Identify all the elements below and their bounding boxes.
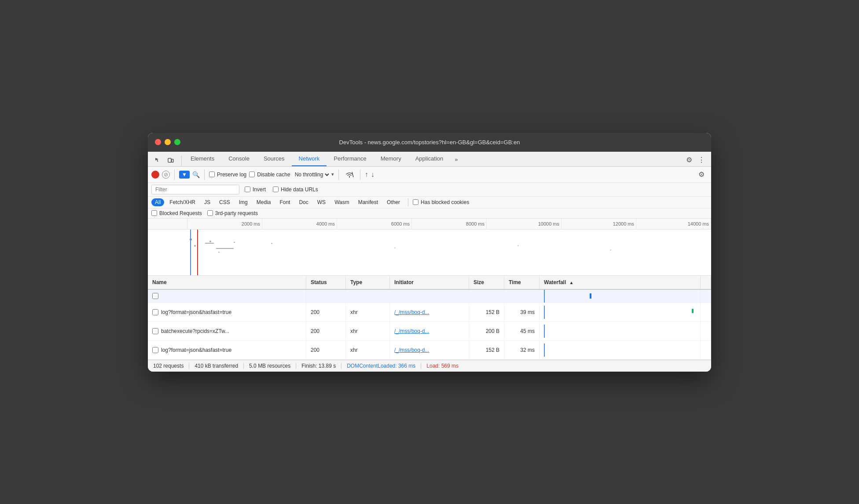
row-type bbox=[346, 290, 390, 303]
table-row[interactable]: batchexecute?rpcids=xZTw... 200 xhr /_/m… bbox=[148, 322, 711, 341]
third-party-requests-checkbox[interactable] bbox=[207, 210, 213, 216]
disable-cache-checkbox[interactable] bbox=[249, 172, 255, 177]
maximize-button[interactable] bbox=[174, 139, 180, 145]
filter-wasm[interactable]: Wasm bbox=[331, 198, 353, 206]
preserve-log-checkbox[interactable] bbox=[209, 172, 215, 177]
dot3 bbox=[209, 241, 211, 242]
load-line bbox=[197, 230, 198, 276]
col-waterfall[interactable]: Waterfall ▲ bbox=[540, 276, 701, 289]
filter-all[interactable]: All bbox=[151, 198, 164, 206]
row-checkbox[interactable] bbox=[152, 293, 158, 299]
col-type[interactable]: Type bbox=[346, 276, 390, 289]
close-button[interactable] bbox=[155, 139, 161, 145]
tab-settings: ⚙ ⋮ bbox=[683, 154, 708, 166]
col-initiator[interactable]: Initiator bbox=[390, 276, 469, 289]
invert-checkbox[interactable] bbox=[245, 186, 250, 192]
table-row[interactable] bbox=[148, 290, 711, 303]
filter-button[interactable]: ▼ bbox=[179, 171, 190, 179]
svg-rect-0 bbox=[168, 158, 171, 162]
row-extra bbox=[701, 303, 711, 321]
more-options-button[interactable]: ⋮ bbox=[695, 154, 708, 166]
dot7 bbox=[518, 245, 519, 246]
row-extra bbox=[701, 290, 711, 303]
filter-other[interactable]: Other bbox=[383, 198, 404, 206]
settings-button[interactable]: ⚙ bbox=[683, 154, 695, 166]
clear-button[interactable]: ⊘ bbox=[162, 171, 170, 179]
requests-count: 102 requests bbox=[153, 363, 189, 369]
device-toolbar-button[interactable] bbox=[165, 154, 177, 166]
search-button[interactable]: 🔍 bbox=[192, 171, 200, 178]
filter-font[interactable]: Font bbox=[276, 198, 294, 206]
title-bar: DevTools - news.google.com/topstories?hl… bbox=[148, 133, 711, 152]
tab-network[interactable]: Network bbox=[292, 152, 327, 166]
row-size: 152 B bbox=[469, 341, 504, 359]
filter-ws[interactable]: WS bbox=[314, 198, 329, 206]
window-title: DevTools - news.google.com/topstories?hl… bbox=[339, 139, 520, 146]
throttle-select[interactable]: No throttling bbox=[293, 171, 330, 178]
filter-input[interactable] bbox=[151, 185, 239, 194]
preserve-log-label[interactable]: Preserve log bbox=[209, 172, 246, 178]
record-button[interactable] bbox=[151, 171, 159, 179]
third-party-requests-label[interactable]: 3rd-party requests bbox=[207, 210, 258, 216]
download-button[interactable]: ↓ bbox=[371, 171, 374, 179]
dash2 bbox=[216, 248, 234, 249]
wifi-icon-button[interactable] bbox=[343, 168, 356, 181]
row-waterfall bbox=[540, 290, 701, 303]
table-header: Name Status Type Initiator Size Time Wat… bbox=[148, 276, 711, 290]
divider bbox=[181, 156, 182, 166]
table-row[interactable]: log?format=json&hasfast=true 200 xhr /_/… bbox=[148, 303, 711, 322]
dot6 bbox=[394, 247, 396, 248]
has-blocked-cookies-label[interactable]: Has blocked cookies bbox=[413, 199, 469, 205]
col-sort-handle[interactable] bbox=[701, 276, 711, 289]
col-status[interactable]: Status bbox=[306, 276, 346, 289]
filter-doc[interactable]: Doc bbox=[295, 198, 312, 206]
row-waterfall bbox=[540, 303, 701, 321]
tick-8000: 8000 ms bbox=[412, 219, 487, 229]
filter-media[interactable]: Media bbox=[253, 198, 275, 206]
row-initiator[interactable]: /_/mss/boq-d... bbox=[390, 303, 469, 321]
row-initiator[interactable]: /_/mss/boq-d... bbox=[390, 322, 469, 340]
row-time: 45 ms bbox=[504, 322, 540, 340]
filter-css[interactable]: CSS bbox=[216, 198, 234, 206]
upload-button[interactable]: ↑ bbox=[365, 171, 368, 179]
row-checkbox[interactable] bbox=[152, 328, 158, 334]
tab-elements[interactable]: Elements bbox=[184, 152, 221, 166]
dot8 bbox=[610, 249, 611, 251]
tick-12000: 12000 ms bbox=[562, 219, 636, 229]
tick-10000: 10000 ms bbox=[487, 219, 562, 229]
col-size[interactable]: Size bbox=[469, 276, 504, 289]
filter-options: Invert Hide data URLs bbox=[245, 186, 318, 193]
has-blocked-cookies-checkbox[interactable] bbox=[413, 199, 418, 205]
minimize-button[interactable] bbox=[165, 139, 171, 145]
network-settings-button[interactable]: ⚙ bbox=[695, 168, 708, 181]
disable-cache-label[interactable]: Disable cache bbox=[249, 172, 290, 178]
filter-bar: Invert Hide data URLs bbox=[148, 183, 711, 197]
hide-data-urls-label[interactable]: Hide data URLs bbox=[273, 186, 318, 193]
dot5 bbox=[271, 243, 272, 244]
table-row[interactable]: log?format=json&hasfast=true 200 xhr /_/… bbox=[148, 341, 711, 360]
row-extra bbox=[701, 322, 711, 340]
filter-manifest[interactable]: Manifest bbox=[355, 198, 382, 206]
invert-label[interactable]: Invert bbox=[245, 186, 266, 193]
tab-application[interactable]: Application bbox=[408, 152, 451, 166]
col-name[interactable]: Name bbox=[148, 276, 306, 289]
row-checkbox[interactable] bbox=[152, 347, 158, 353]
filter-fetch-xhr[interactable]: Fetch/XHR bbox=[166, 198, 199, 206]
filter-js[interactable]: JS bbox=[201, 198, 214, 206]
blocked-requests-checkbox[interactable] bbox=[151, 210, 157, 216]
row-extra bbox=[701, 341, 711, 359]
blocked-requests-label[interactable]: Blocked Requests bbox=[151, 210, 202, 216]
row-initiator[interactable]: /_/mss/boq-d... bbox=[390, 341, 469, 359]
inspect-element-button[interactable] bbox=[151, 154, 164, 166]
row-checkbox[interactable] bbox=[152, 309, 158, 315]
sort-arrow: ▲ bbox=[569, 280, 574, 285]
tab-memory[interactable]: Memory bbox=[374, 152, 408, 166]
filter-img[interactable]: Img bbox=[235, 198, 251, 206]
tab-performance[interactable]: Performance bbox=[327, 152, 373, 166]
gear-icon: ⚙ bbox=[686, 156, 692, 164]
tab-sources[interactable]: Sources bbox=[257, 152, 292, 166]
tab-console[interactable]: Console bbox=[221, 152, 257, 166]
hide-data-urls-checkbox[interactable] bbox=[273, 186, 279, 192]
more-tabs-button[interactable]: » bbox=[450, 153, 462, 166]
col-time[interactable]: Time bbox=[504, 276, 540, 289]
